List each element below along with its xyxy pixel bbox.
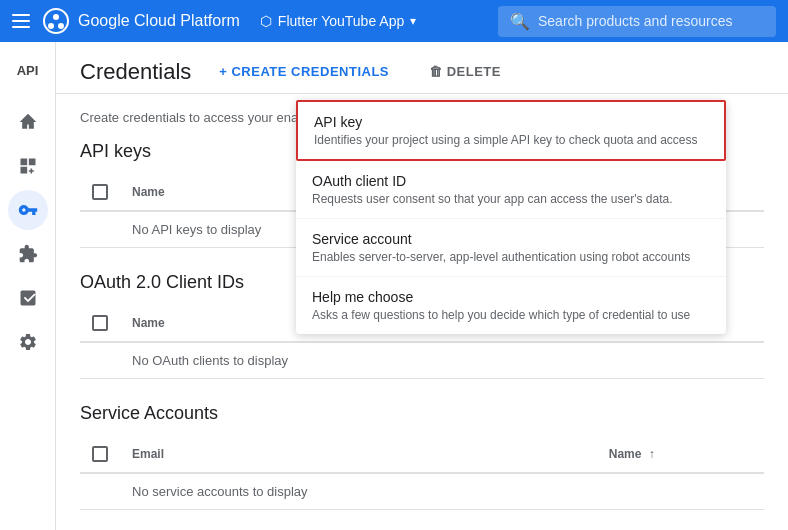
layout: API Credentials + CREATE CREDENTIALS 🗑 D… [0, 42, 788, 530]
svg-point-2 [48, 23, 54, 29]
hamburger-menu[interactable] [12, 14, 30, 28]
dropdown-item-oauth-desc: Requests user consent so that your app c… [312, 192, 710, 206]
sidebar-dashboard-icon[interactable] [8, 146, 48, 186]
top-nav: Google Cloud Platform ⬡ Flutter YouTube … [0, 0, 788, 42]
service-accounts-header-row: Email Name ↑ [80, 436, 764, 473]
dropdown-item-help-title: Help me choose [312, 289, 710, 305]
delete-button[interactable]: 🗑 DELETE [417, 58, 513, 85]
dropdown-item-api-key-desc: Identifies your project using a simple A… [314, 133, 708, 147]
dropdown-item-service-title: Service account [312, 231, 710, 247]
chevron-down-icon: ▾ [410, 14, 416, 28]
sidebar-settings-icon[interactable] [8, 322, 48, 362]
svg-point-1 [53, 14, 59, 20]
page-title: Credentials [80, 59, 191, 85]
service-accounts-title: Service Accounts [80, 403, 764, 424]
service-accounts-section: Service Accounts Email Name ↑ [80, 403, 764, 510]
oauth-check-col [80, 305, 120, 342]
sa-select-all[interactable] [92, 446, 108, 462]
create-credentials-button[interactable]: + CREATE CREDENTIALS [207, 58, 401, 85]
main-content: Credentials + CREATE CREDENTIALS 🗑 DELET… [56, 42, 788, 530]
dropdown-item-oauth[interactable]: OAuth client ID Requests user consent so… [296, 161, 726, 219]
dropdown-item-service-account[interactable]: Service account Enables server-to-server… [296, 219, 726, 277]
sa-sort-icon: ↑ [649, 447, 655, 461]
project-icon: ⬡ [260, 13, 272, 29]
nav-logo: Google Cloud Platform [42, 7, 240, 35]
dropdown-item-oauth-title: OAuth client ID [312, 173, 710, 189]
search-icon: 🔍 [510, 12, 530, 31]
sidebar-check-icon[interactable] [8, 278, 48, 318]
svg-point-0 [44, 9, 68, 33]
service-accounts-table: Email Name ↑ No service accounts to disp… [80, 436, 764, 510]
sa-empty-row: No service accounts to display [80, 473, 764, 510]
sa-email-col: Email [120, 436, 597, 473]
dropdown-item-help-desc: Asks a few questions to help you decide … [312, 308, 710, 322]
api-badge: API [8, 50, 48, 90]
dropdown-item-api-key-title: API key [314, 114, 708, 130]
page-header: Credentials + CREATE CREDENTIALS 🗑 DELET… [56, 42, 788, 94]
svg-point-3 [58, 23, 64, 29]
dropdown-item-service-desc: Enables server-to-server, app-level auth… [312, 250, 710, 264]
api-keys-select-all[interactable] [92, 184, 108, 200]
sa-check-col [80, 436, 120, 473]
project-selector[interactable]: ⬡ Flutter YouTube App ▾ [260, 13, 416, 29]
oauth-select-all[interactable] [92, 315, 108, 331]
sidebar: API [0, 42, 56, 530]
sidebar-extensions-icon[interactable] [8, 234, 48, 274]
project-name: Flutter YouTube App [278, 13, 404, 29]
gcp-logo-icon [42, 7, 70, 35]
oauth-empty-row: No OAuth clients to display [80, 342, 764, 379]
sidebar-home-icon[interactable] [8, 102, 48, 142]
sa-name-col[interactable]: Name ↑ [597, 436, 764, 473]
search-bar[interactable]: 🔍 [498, 6, 776, 37]
sidebar-key-icon[interactable] [8, 190, 48, 230]
dropdown-item-api-key[interactable]: API key Identifies your project using a … [296, 100, 726, 161]
api-keys-check-col [80, 174, 120, 211]
sa-empty-message: No service accounts to display [120, 473, 597, 510]
app-title: Google Cloud Platform [78, 12, 240, 30]
dropdown-item-help[interactable]: Help me choose Asks a few questions to h… [296, 277, 726, 334]
create-credentials-dropdown: API key Identifies your project using a … [296, 100, 726, 334]
search-input[interactable] [538, 13, 764, 29]
oauth-empty-message: No OAuth clients to display [120, 342, 514, 379]
